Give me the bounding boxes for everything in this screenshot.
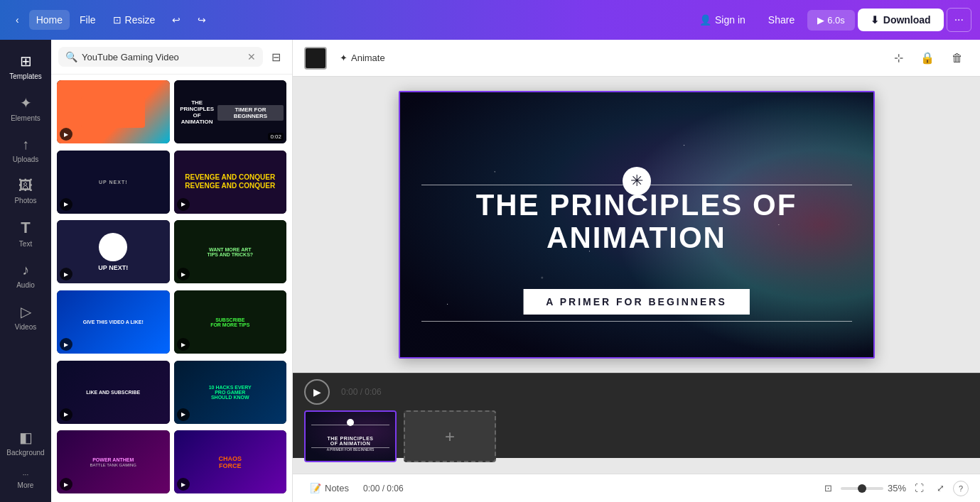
back-button[interactable]: ‹ xyxy=(9,10,26,30)
template-item-2[interactable]: THE PRINCIPLESOF ANIMATION TIMER FOR BEG… xyxy=(174,80,287,143)
template-item-10[interactable]: 10 HACKS EVERYPRO GAMERSHOULD KNOW ▶ xyxy=(174,361,287,424)
photos-icon: 🖼 xyxy=(18,178,33,194)
sidebar-item-text[interactable]: T Text xyxy=(0,212,51,255)
preview-play-button[interactable]: ▶ 6.0s xyxy=(807,10,855,31)
canvas-slide[interactable]: ✳ THE PRINCIPLES OF ANIMATION A PRIMER F… xyxy=(399,91,875,359)
notes-button[interactable]: 📝 Notes xyxy=(304,480,355,496)
audio-icon: ♪ xyxy=(22,262,29,278)
search-input[interactable] xyxy=(82,52,243,62)
more-options-button[interactable]: ··· xyxy=(947,8,971,32)
zoom-level-display: 35% xyxy=(888,483,906,493)
timeline-thumb-content: THE PRINCIPLESOF ANIMATION A PRIMER FOR … xyxy=(306,412,395,461)
slide-asterisk: ✳ xyxy=(623,167,651,195)
timeline-slide-1[interactable]: THE PRINCIPLESOF ANIMATION A PRIMER FOR … xyxy=(304,410,397,462)
animate-button[interactable]: ✦ Animate xyxy=(333,48,392,67)
canvas-wrapper: ✳ THE PRINCIPLES OF ANIMATION A PRIMER F… xyxy=(293,77,980,474)
main-area: ⊞ Templates ✦ Elements ↑ Uploads 🖼 Photo… xyxy=(0,40,980,502)
home-button[interactable]: Home xyxy=(29,10,70,30)
search-clear-button[interactable]: ✕ xyxy=(247,51,256,62)
search-input-wrap: 🔍 ✕ xyxy=(58,47,263,67)
text-icon: T xyxy=(21,219,30,237)
template-item-4[interactable]: REVENGE AND CONQUERREVENGE AND CONQUER ▶ xyxy=(174,151,287,214)
download-button[interactable]: ⬇ Download xyxy=(858,9,944,31)
zoom-handle[interactable] xyxy=(858,484,866,493)
sidebar-item-audio[interactable]: ♪ Audio xyxy=(0,255,51,296)
videos-icon: ▷ xyxy=(21,303,31,320)
template-item-3[interactable]: UP NEXT! ▶ xyxy=(57,151,170,214)
add-slide-icon: + xyxy=(445,427,455,447)
help-button[interactable]: ? xyxy=(953,481,969,496)
template-item-9[interactable]: LIKE AND SUBSCRIBE ▶ xyxy=(57,361,170,424)
template-item-6[interactable]: WANT MORE ARTTIPS AND TRICKS? ▶ xyxy=(174,220,287,283)
search-filter-button[interactable]: ⊟ xyxy=(267,48,285,67)
timeline-thumb-title: THE PRINCIPLESOF ANIMATION xyxy=(328,436,374,446)
search-bar: 🔍 ✕ ⊟ xyxy=(51,40,292,75)
play-icon: ▶ xyxy=(817,15,824,26)
template-item-8[interactable]: SUBSCRIBEFOR MORE TIPS ▶ xyxy=(174,290,287,354)
sidebar-item-more[interactable]: ··· More xyxy=(0,464,51,496)
fullscreen-button[interactable]: ⤢ xyxy=(932,481,949,496)
bottom-time-display: 0:00 / 0:06 xyxy=(363,484,404,493)
sidebar-item-videos[interactable]: ▷ Videos xyxy=(0,296,51,338)
play-badge-10: ▶ xyxy=(177,408,190,421)
lock-icon-button[interactable]: 🔒 xyxy=(915,47,940,69)
resize-button[interactable]: ⊡ Resize xyxy=(106,10,163,30)
elements-icon: ✦ xyxy=(20,94,32,111)
notes-icon: 📝 xyxy=(310,483,321,493)
play-badge-6: ▶ xyxy=(177,268,190,280)
play-badge-4: ▶ xyxy=(177,198,190,211)
template-item-7[interactable]: GIVE THIS VIDEO A LIKE! ▶ xyxy=(57,290,170,354)
template-item-5[interactable]: UP NEXT! ▶ xyxy=(57,220,170,283)
time-badge-2: 0:02 xyxy=(268,133,284,141)
sidebar: ⊞ Templates ✦ Elements ↑ Uploads 🖼 Photo… xyxy=(0,40,51,502)
template-item-1[interactable]: ▶ xyxy=(57,80,170,143)
more-dots-icon: ··· xyxy=(23,471,28,479)
templates-grid: ▶ THE PRINCIPLESOF ANIMATION TIMER FOR B… xyxy=(51,75,292,502)
sidebar-uploads-label: Uploads xyxy=(13,155,39,163)
fit-to-screen-button[interactable]: ⛶ xyxy=(910,481,928,496)
canvas-toolbar: ✦ Animate ⊹ 🔒 🗑 xyxy=(293,40,980,77)
template-item-11[interactable]: POWER ANTHEMbattle tank gaming ▶ xyxy=(57,430,170,493)
sidebar-item-elements[interactable]: ✦ Elements xyxy=(0,87,51,129)
background-icon: ◧ xyxy=(19,429,33,446)
timeline-add-slide-button[interactable]: + xyxy=(404,410,496,462)
adjust-icon-button[interactable]: ⊹ xyxy=(888,47,909,69)
zoom-controls: ⊡ 35% ⛶ ⤢ ? xyxy=(820,481,969,496)
slide-subtitle[interactable]: A PRIMER FOR BEGINNERS xyxy=(523,289,750,315)
timeline-play-icon: ▶ xyxy=(313,386,321,398)
timeline-controls: ▶ 0:00 / 0:06 xyxy=(293,373,980,410)
templates-panel: 🔍 ✕ ⊟ ▶ THE PRINCIPLESOF ANIMATION TIMER… xyxy=(51,40,293,502)
top-navigation: ‹ Home File ⊡ Resize ↩ ↪ 👤 Sign in Share… xyxy=(0,0,980,40)
file-button[interactable]: File xyxy=(72,10,103,30)
color-swatch[interactable] xyxy=(304,47,327,70)
canvas-viewport: ✳ THE PRINCIPLES OF ANIMATION A PRIMER F… xyxy=(293,77,980,373)
zoom-slider[interactable] xyxy=(841,487,883,490)
sidebar-templates-label: Templates xyxy=(9,72,42,80)
sidebar-item-background[interactable]: ◧ Background xyxy=(0,422,51,464)
templates-icon: ⊞ xyxy=(20,53,32,70)
slide-line-bottom xyxy=(421,321,852,322)
device-view-button[interactable]: ⊡ xyxy=(820,481,836,496)
search-icon: 🔍 xyxy=(65,51,77,62)
canvas-area: ✦ Animate ⊹ 🔒 🗑 ✳ THE PRINCIPLES OF ANIM… xyxy=(293,40,980,502)
download-icon: ⬇ xyxy=(871,14,879,26)
delete-icon-button[interactable]: 🗑 xyxy=(946,48,969,69)
slide-title[interactable]: THE PRINCIPLES OF ANIMATION xyxy=(424,189,849,254)
signin-button[interactable]: 👤 Sign in xyxy=(689,9,755,31)
sidebar-audio-label: Audio xyxy=(16,281,35,289)
play-badge-12: ▶ xyxy=(177,478,190,491)
redo-button[interactable]: ↪ xyxy=(190,10,213,30)
sidebar-background-label: Background xyxy=(6,449,44,457)
sidebar-item-templates[interactable]: ⊞ Templates xyxy=(0,45,51,87)
timeline-play-button[interactable]: ▶ xyxy=(304,379,330,405)
undo-button[interactable]: ↩ xyxy=(165,10,188,30)
sidebar-item-uploads[interactable]: ↑ Uploads xyxy=(0,129,51,170)
sidebar-item-photos[interactable]: 🖼 Photos xyxy=(0,170,51,212)
uploads-icon: ↑ xyxy=(22,136,29,153)
share-button[interactable]: Share xyxy=(758,9,804,31)
timeline-slides: THE PRINCIPLESOF ANIMATION A PRIMER FOR … xyxy=(293,410,980,462)
play-badge-8: ▶ xyxy=(177,338,190,351)
sidebar-elements-label: Elements xyxy=(11,114,41,122)
user-icon: 👤 xyxy=(699,14,711,26)
template-item-12[interactable]: CHAOSFORCE ▶ xyxy=(174,430,287,493)
